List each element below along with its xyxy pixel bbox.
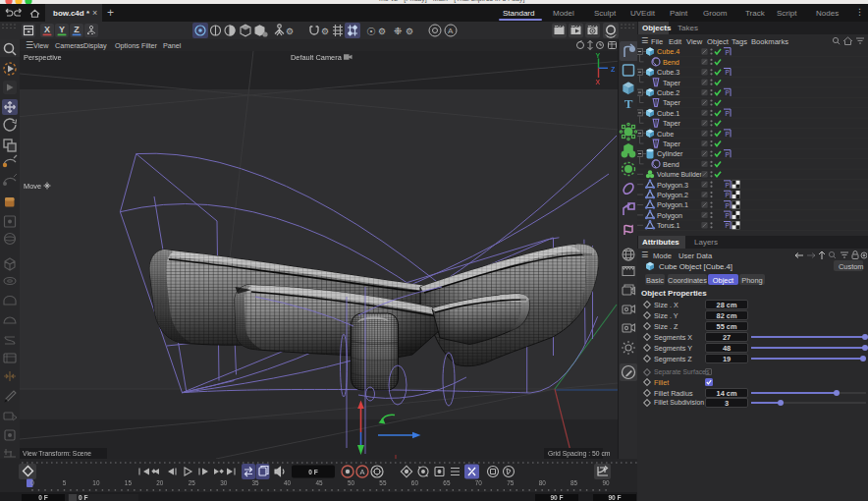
svg-text:A: A xyxy=(448,27,454,35)
svg-text:X: X xyxy=(596,79,601,85)
svg-text:70: 70 xyxy=(475,479,483,486)
svg-text:85: 85 xyxy=(570,479,578,486)
svg-text:⚙: ⚙ xyxy=(286,27,294,36)
svg-text:75: 75 xyxy=(507,479,515,486)
svg-text:50: 50 xyxy=(348,479,355,486)
svg-text:Y: Y xyxy=(596,52,601,59)
svg-text:X: X xyxy=(44,25,50,34)
svg-text:Taper: Taper xyxy=(663,79,681,87)
svg-text:55: 55 xyxy=(379,479,387,486)
svg-text:Polygon: Polygon xyxy=(657,211,682,220)
svg-text:Taper: Taper xyxy=(663,98,681,107)
svg-text:Polygon.2: Polygon.2 xyxy=(657,191,688,199)
svg-text:0: 0 xyxy=(30,479,34,486)
svg-text:15: 15 xyxy=(125,479,133,486)
svg-text:20: 20 xyxy=(156,479,164,486)
svg-text:Grid Spacing : 50 cm: Grid Spacing : 50 cm xyxy=(548,450,611,458)
svg-text:35: 35 xyxy=(252,479,260,486)
svg-text:❉: ❉ xyxy=(394,26,402,36)
svg-text:Bend: Bend xyxy=(663,58,679,67)
svg-text:Cube.4: Cube.4 xyxy=(657,47,679,56)
svg-text:Z: Z xyxy=(611,66,616,73)
svg-text:60: 60 xyxy=(411,479,419,486)
svg-text:Torus.1: Torus.1 xyxy=(657,221,680,230)
svg-text:Volume Builder: Volume Builder xyxy=(657,171,702,178)
svg-text:10: 10 xyxy=(92,479,100,486)
svg-text:65: 65 xyxy=(443,479,451,486)
svg-text:⚙: ⚙ xyxy=(321,27,329,36)
svg-text:Cube: Cube xyxy=(657,130,674,139)
svg-text:Cube.3: Cube.3 xyxy=(657,68,679,77)
svg-text:40: 40 xyxy=(284,479,292,486)
svg-text:View Transform: Scene: View Transform: Scene xyxy=(23,450,91,457)
svg-text:45: 45 xyxy=(316,479,324,486)
svg-text:Default Camera: Default Camera xyxy=(291,53,343,62)
svg-text:5: 5 xyxy=(63,479,67,486)
svg-text:Taper: Taper xyxy=(663,119,681,128)
svg-text:Z: Z xyxy=(74,25,80,34)
svg-text:Polygon.1: Polygon.1 xyxy=(657,200,688,209)
svg-text:⚙: ⚙ xyxy=(378,27,386,36)
svg-text:T: T xyxy=(624,96,633,111)
svg-text:Perspective: Perspective xyxy=(24,53,62,62)
svg-text:Cube.2: Cube.2 xyxy=(657,88,679,97)
svg-text:80: 80 xyxy=(539,479,547,486)
svg-text:30: 30 xyxy=(220,479,228,486)
svg-text:Taper: Taper xyxy=(663,139,681,148)
svg-text:⚙: ⚙ xyxy=(406,27,413,36)
svg-text:25: 25 xyxy=(189,479,196,486)
svg-text:☉: ☉ xyxy=(366,26,376,37)
svg-text:Y: Y xyxy=(59,25,65,34)
svg-text:Polygon.3: Polygon.3 xyxy=(657,181,688,190)
svg-text:Bend: Bend xyxy=(663,160,679,169)
svg-text:90: 90 xyxy=(603,479,611,486)
svg-text:Move: Move xyxy=(24,182,41,191)
svg-text:Cylinder: Cylinder xyxy=(657,149,683,158)
svg-text:Cube.1: Cube.1 xyxy=(657,109,679,118)
